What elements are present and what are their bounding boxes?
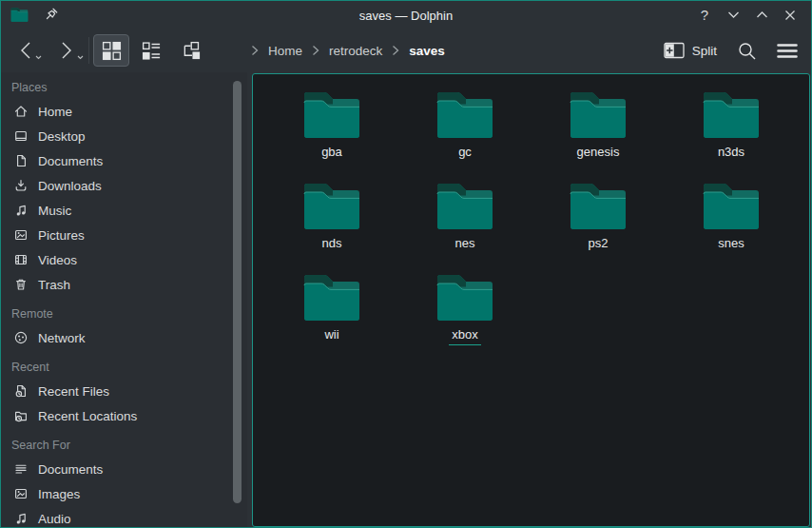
- tree-view-button[interactable]: [173, 34, 209, 67]
- sidebar-item-network[interactable]: Network: [1, 325, 247, 350]
- sidebar-item-images[interactable]: Images: [1, 481, 247, 506]
- trash-icon: [13, 277, 29, 292]
- folder-gba[interactable]: gba: [265, 84, 398, 175]
- folder-icon: [702, 175, 761, 233]
- folder-genesis[interactable]: genesis: [532, 84, 665, 175]
- folder-gc[interactable]: gc: [398, 84, 532, 175]
- image-icon: [13, 486, 29, 501]
- forward-button[interactable]: [56, 39, 77, 62]
- titlebar: saves — Dolphin ?: [1, 1, 811, 29]
- sidebar-item-label: Documents: [38, 154, 103, 168]
- download-icon: [13, 178, 29, 193]
- breadcrumb-chevron-icon: [312, 45, 319, 56]
- music-icon: [13, 511, 29, 526]
- sidebar-item-trash[interactable]: Trash: [1, 272, 247, 297]
- split-view-icon: [664, 41, 685, 60]
- sidebar-item-label: Images: [38, 487, 80, 501]
- recent-files-icon: [13, 383, 29, 399]
- network-icon: [13, 330, 29, 345]
- icons-view-button[interactable]: [93, 34, 129, 67]
- pin-icon[interactable]: [43, 7, 59, 23]
- sidebar-item-label: Home: [38, 105, 72, 119]
- app-folder-icon: [10, 7, 29, 23]
- folder-icon: [302, 84, 361, 142]
- folder-view[interactable]: gba gc genesis n3ds nds nes ps2 snes: [252, 73, 810, 527]
- sidebar-scrollbar[interactable]: [233, 81, 242, 503]
- folder-nds[interactable]: nds: [265, 175, 398, 266]
- desktop-icon: [13, 128, 29, 144]
- forward-history-caret-icon[interactable]: [77, 47, 84, 64]
- sidebar-item-label: Documents: [38, 462, 103, 477]
- section-header-places: Places: [1, 79, 247, 99]
- folder-n3ds[interactable]: n3ds: [665, 84, 798, 175]
- breadcrumb-segment-saves[interactable]: saves: [409, 44, 445, 58]
- sidebar-item-label: Audio: [38, 512, 71, 526]
- sidebar-item-music[interactable]: Music: [1, 198, 247, 223]
- icons-view-icon: [102, 41, 122, 61]
- sidebar-item-desktop[interactable]: Desktop: [1, 124, 247, 148]
- sidebar-item-label: Pictures: [38, 228, 85, 243]
- breadcrumb-chevron-icon: [392, 45, 399, 56]
- folder-label: ps2: [586, 236, 611, 254]
- folder-label: gba: [319, 145, 345, 163]
- window-title: saves — Dolphin: [359, 8, 453, 22]
- sidebar-item-recent-locations[interactable]: Recent Locations: [1, 403, 247, 428]
- minimize-button[interactable]: [722, 5, 744, 26]
- folder-nes[interactable]: nes: [398, 175, 532, 266]
- folder-icon: [302, 266, 361, 324]
- folder-icon: [702, 84, 761, 142]
- sidebar-item-documents[interactable]: Documents: [1, 148, 247, 173]
- text-lines-icon: [13, 461, 29, 477]
- folder-label: xbox: [449, 327, 480, 345]
- hamburger-menu-button[interactable]: [777, 43, 798, 59]
- folder-snes[interactable]: snes: [665, 175, 798, 266]
- breadcrumb: Homeretrodecksaves: [251, 29, 445, 72]
- help-button[interactable]: ?: [693, 5, 716, 26]
- image-icon: [13, 227, 29, 243]
- folder-icon: [435, 84, 494, 142]
- folder-label: gc: [455, 145, 474, 163]
- sidebar-item-label: Recent Locations: [38, 409, 137, 423]
- breadcrumb-segment-home[interactable]: Home: [268, 44, 302, 58]
- details-view-icon: [142, 41, 162, 61]
- toolbar: Homeretrodecksaves Split: [1, 29, 811, 72]
- folder-label: wii: [321, 327, 341, 345]
- sidebar-item-videos[interactable]: Videos: [1, 247, 247, 272]
- folder-icon: [435, 266, 494, 324]
- sidebar-item-pictures[interactable]: Pictures: [1, 223, 247, 247]
- breadcrumb-segment-retrodeck[interactable]: retrodeck: [329, 44, 382, 58]
- places-panel: PlacesHomeDesktopDocumentsDownloadsMusic…: [1, 72, 247, 527]
- sidebar-item-recent-files[interactable]: Recent Files: [1, 379, 247, 403]
- section-header-remote: Remote: [1, 297, 247, 325]
- sidebar-item-label: Network: [38, 331, 86, 345]
- folder-icon: [569, 175, 628, 233]
- sidebar-item-label: Videos: [38, 253, 77, 267]
- breadcrumb-chevron-icon: [251, 45, 259, 56]
- folder-label: nes: [453, 236, 478, 254]
- split-button-label: Split: [692, 44, 717, 58]
- close-button[interactable]: [779, 5, 802, 26]
- sidebar-item-downloads[interactable]: Downloads: [1, 173, 247, 198]
- home-icon: [13, 104, 29, 119]
- sidebar-item-documents[interactable]: Documents: [1, 457, 247, 481]
- sidebar-item-label: Downloads: [38, 179, 102, 193]
- split-button[interactable]: Split: [664, 41, 717, 60]
- folder-label: n3ds: [715, 145, 747, 163]
- sidebar-item-label: Music: [38, 204, 71, 218]
- folder-wii[interactable]: wii: [265, 266, 398, 358]
- folder-label: genesis: [574, 145, 623, 163]
- folder-xbox[interactable]: xbox: [398, 266, 532, 358]
- maximize-button[interactable]: [750, 5, 773, 26]
- dolphin-window: saves — Dolphin ?: [0, 0, 812, 528]
- back-button[interactable]: [14, 39, 35, 62]
- folder-ps2[interactable]: ps2: [532, 175, 665, 266]
- search-button[interactable]: [737, 41, 757, 61]
- music-icon: [13, 203, 29, 218]
- details-view-button[interactable]: [133, 34, 169, 67]
- tree-view-icon: [182, 41, 202, 61]
- sidebar-item-home[interactable]: Home: [1, 99, 247, 124]
- sidebar-item-label: Trash: [38, 278, 70, 292]
- sidebar-item-label: Recent Files: [38, 384, 109, 399]
- sidebar-item-audio[interactable]: Audio: [1, 506, 247, 527]
- back-history-caret-icon[interactable]: [35, 47, 42, 64]
